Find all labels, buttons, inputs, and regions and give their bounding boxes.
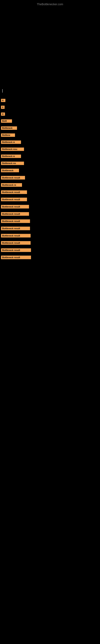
result-label: Bottleneck resu [1,148,24,151]
list-item[interactable]: Bottl [1,119,99,123]
list-item[interactable]: Bottleneck re [1,154,99,158]
list-item[interactable]: Bottleneck result [1,241,99,245]
result-label: Bottleneck result [1,248,31,252]
list-item[interactable]: E [1,106,99,109]
result-label: Bottleneck [1,169,19,172]
result-label: Bottleneck result [1,190,27,194]
list-item[interactable]: Bottleneck result [1,176,99,180]
result-label: Bottleneck result [1,219,30,223]
result-label: Bottleneck result [1,256,31,259]
cursor-indicator: | [1,88,99,93]
list-item[interactable]: Bottleneck [1,169,99,172]
content-area: | BEBBottlBottleneckBottleneBottleneck r… [0,86,100,265]
list-item[interactable]: Bottleneck result [1,190,99,194]
list-item[interactable]: Bottleneck result [1,212,99,216]
result-label: Bottleneck re [1,154,21,158]
list-item[interactable]: B [1,99,99,102]
result-label: B [1,99,5,102]
result-label: Bottlene [1,134,15,137]
result-label: E [1,106,4,109]
list-item[interactable]: Bottleneck result [1,219,99,223]
result-label: Bottleneck [1,126,17,130]
result-label: Bottleneck result [1,176,25,180]
result-label: Bottleneck re [1,140,21,144]
result-list: BEBBottlBottleneckBottleneBottleneck reB… [1,99,99,263]
list-item[interactable]: Bottleneck [1,126,99,130]
site-title: TheBottlenecker.com [0,1,100,8]
result-label: Bottleneck re [1,183,22,187]
result-label: Bottleneck result [1,234,31,238]
list-item[interactable]: Bottleneck resu [1,148,99,151]
list-item[interactable]: Bottleneck result [1,205,99,208]
list-item[interactable]: Bottleneck re [1,140,99,144]
list-item[interactable]: Bottleneck re [1,183,99,187]
result-label: Bottleneck result [1,205,29,208]
list-item[interactable]: Bottleneck result [1,226,99,230]
list-item[interactable]: Bottleneck result [1,198,99,201]
result-label: Bottleneck result [1,226,30,230]
list-item[interactable]: Bottleneck result [1,234,99,238]
list-item[interactable]: Bottlene [1,134,99,137]
result-label: Bottleneck result [1,198,27,201]
result-label: Bottleneck res [1,162,24,165]
result-label: B [1,112,5,116]
result-label: Bottleneck result [1,212,29,216]
result-label: Bottleneck result [1,241,31,245]
list-item[interactable]: Bottleneck result [1,248,99,252]
result-label: Bottl [1,119,12,123]
list-item[interactable]: Bottleneck result [1,256,99,259]
list-item[interactable]: B [1,112,99,116]
list-item[interactable]: Bottleneck res [1,162,99,165]
